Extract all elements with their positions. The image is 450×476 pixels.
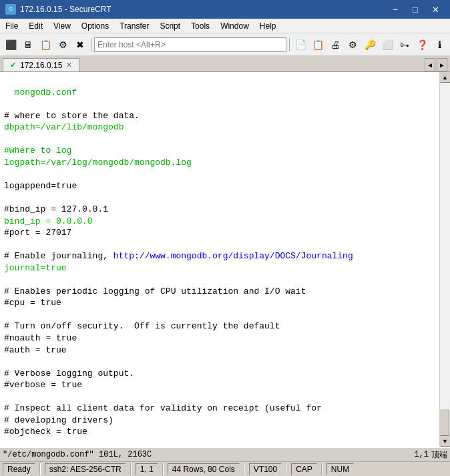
scroll-track[interactable] — [440, 83, 450, 436]
close-button[interactable]: ✕ — [426, 3, 445, 15]
scroll-down-btn[interactable]: ▼ — [440, 436, 451, 447]
toolbar-settings-btn[interactable]: ⚙ — [345, 37, 361, 53]
toolbar-btn-4[interactable]: ⚙ — [55, 37, 71, 53]
file-info-text: "/etc/mongodb.conf" 101L, 2163C — [3, 450, 411, 459]
address-input[interactable] — [94, 37, 286, 52]
status-div-2 — [130, 463, 132, 475]
toolbar-copy-btn[interactable]: 📄 — [292, 37, 308, 53]
menu-bar: File Edit View Options Transfer Script T… — [0, 19, 450, 33]
ready-text: Ready — [7, 465, 31, 474]
maximize-button[interactable]: □ — [406, 3, 425, 15]
status-div-1 — [39, 463, 41, 475]
toolbar-btn-1[interactable]: ⬛ — [3, 37, 19, 53]
status-row-2: Ready ssh2: AES-256-CTR 1, 1 44 Rows, 80… — [0, 462, 450, 476]
app-icon: S — [5, 4, 16, 15]
scroll-up-btn[interactable]: ▲ — [440, 72, 451, 83]
minimize-button[interactable]: − — [386, 3, 405, 15]
bindip-line: bind_ip = 0.0.0.0 — [4, 216, 93, 226]
wherelog-line: #where to log — [4, 146, 71, 156]
status-div-6 — [321, 463, 322, 475]
cursor-pos-cell: 1, 1 — [136, 463, 158, 475]
dimensions-cell: 44 Rows, 80 Cols — [168, 463, 240, 475]
menu-view[interactable]: View — [48, 19, 76, 33]
toolbar-term-btn[interactable]: ⬜ — [379, 37, 395, 53]
dbpath-line: dbpath=/var/lib/mongodb — [4, 122, 124, 132]
tab-bar: ✔ 172.16.0.15 ✕ ◄ ► — [0, 56, 450, 72]
menu-tools[interactable]: Tools — [186, 19, 215, 33]
toolbar-key-btn[interactable]: 🔑 — [362, 37, 378, 53]
menu-transfer[interactable]: Transfer — [114, 19, 154, 33]
scroll-position-text: 顶端 — [431, 449, 447, 461]
scrollbar[interactable]: ▲ ▼ — [439, 72, 450, 447]
tab-check-icon: ✔ — [10, 61, 16, 69]
toolbar-paste-btn[interactable]: 📋 — [310, 37, 326, 53]
tab-nav-right[interactable]: ► — [437, 58, 447, 71]
toolbar-key2-btn[interactable]: 🗝 — [397, 37, 413, 53]
cursor-pos-text: 1, 1 — [140, 465, 154, 474]
num-cell: NUM — [326, 463, 354, 475]
tab-navigation: ◄ ► — [425, 58, 447, 71]
menu-script[interactable]: Script — [154, 19, 186, 33]
menu-options[interactable]: Options — [76, 19, 114, 33]
toolbar-btn-5[interactable]: ✖ — [72, 37, 88, 53]
num-text: NUM — [331, 465, 349, 474]
terminal-wrapper: mongodb.conf # where to store the data. … — [0, 72, 450, 447]
cap-text: CAP — [296, 465, 312, 474]
toolbar-info-btn[interactable]: ℹ — [431, 37, 447, 53]
journal-line: journal=true — [4, 263, 67, 273]
cap-cell: CAP — [291, 463, 317, 475]
toolbar-sep-1 — [91, 38, 91, 51]
session-tab[interactable]: ✔ 172.16.0.15 ✕ — [3, 58, 79, 71]
dimensions-text: 44 Rows, 80 Cols — [172, 465, 235, 474]
ssh-info-text: ssh2: AES-256-CTR — [49, 465, 122, 474]
status-row-1: "/etc/mongodb.conf" 101L, 2163C 1,1 顶端 — [0, 448, 450, 462]
title-bar: S 172.16.0.15 - SecureCRT − □ ✕ — [0, 0, 450, 19]
toolbar-print-btn[interactable]: 🖨 — [327, 37, 343, 53]
tab-nav-left[interactable]: ◄ — [425, 58, 435, 71]
toolbar-btn-3[interactable]: 📋 — [37, 37, 53, 53]
menu-edit[interactable]: Edit — [23, 19, 48, 33]
logpath-line: logpath=/var/log/mongodb/mongodb.log — [4, 158, 192, 168]
scroll-thumb[interactable] — [440, 409, 449, 436]
tab-label: 172.16.0.15 — [20, 61, 62, 70]
protocol-text: VT100 — [254, 465, 277, 474]
toolbar: ⬛ 🖥 📋 ⚙ ✖ 📄 📋 🖨 ⚙ 🔑 ⬜ 🗝 ❓ ℹ — [0, 33, 450, 56]
file-header: mongodb.conf — [4, 87, 77, 97]
status-bar: "/etc/mongodb.conf" 101L, 2163C 1,1 顶端 R… — [0, 447, 450, 476]
cursor-position: 1,1 — [414, 450, 429, 459]
menu-help[interactable]: Help — [254, 19, 282, 33]
toolbar-btn-2[interactable]: 🖥 — [20, 37, 36, 53]
terminal-output[interactable]: mongodb.conf # where to store the data. … — [0, 72, 439, 447]
ready-cell: Ready — [3, 463, 35, 475]
menu-window[interactable]: Window — [215, 19, 254, 33]
window-title: 172.16.0.15 - SecureCRT — [20, 5, 111, 14]
ssh-info-cell: ssh2: AES-256-CTR — [45, 463, 126, 475]
tab-close-icon[interactable]: ✕ — [66, 61, 72, 69]
status-div-5 — [286, 463, 287, 475]
toolbar-sep-2 — [289, 38, 290, 51]
status-div-4 — [244, 463, 245, 475]
status-div-3 — [162, 463, 164, 475]
protocol-cell: VT100 — [249, 463, 282, 475]
toolbar-help-btn[interactable]: ❓ — [414, 37, 430, 53]
menu-file[interactable]: File — [0, 19, 23, 33]
